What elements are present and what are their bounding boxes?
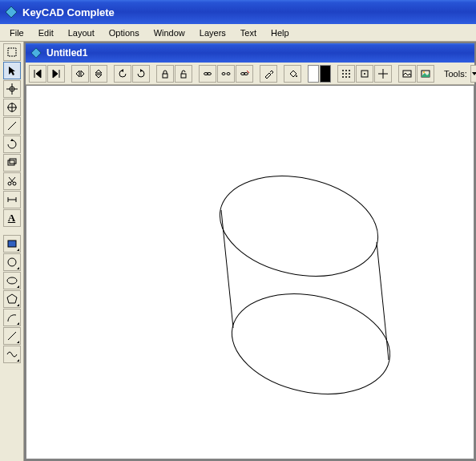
btn-snap-object[interactable] <box>356 65 373 83</box>
svg-point-39 <box>349 73 350 75</box>
svg-rect-9 <box>8 160 14 165</box>
rotate-tool[interactable] <box>3 135 21 153</box>
svg-point-51 <box>223 281 400 408</box>
dimension-tool[interactable] <box>3 191 21 208</box>
line-points-tool[interactable] <box>3 117 21 135</box>
cylinder-wireframe <box>26 86 427 459</box>
origin-tool[interactable] <box>3 99 21 116</box>
btn-link-edit[interactable] <box>236 65 253 83</box>
svg-point-49 <box>423 71 425 73</box>
svg-point-19 <box>8 258 16 266</box>
btn-unlock[interactable] <box>175 65 192 83</box>
svg-rect-1 <box>8 48 16 56</box>
canvas-area[interactable] <box>26 85 474 459</box>
btn-lock[interactable] <box>156 65 174 83</box>
btn-first[interactable] <box>29 65 46 83</box>
svg-point-28 <box>222 72 225 75</box>
svg-rect-18 <box>8 241 16 247</box>
svg-marker-23 <box>31 48 41 58</box>
ellipse-tool[interactable] <box>3 272 21 289</box>
menubar: File Edit Layout Options Window Layers T… <box>0 24 476 42</box>
svg-point-33 <box>296 75 297 77</box>
scissors-tool[interactable] <box>3 172 21 190</box>
bg-color-swatch[interactable] <box>320 65 331 83</box>
spline-tool[interactable] <box>3 346 21 363</box>
rect-objects-tool[interactable] <box>3 154 21 172</box>
btn-image[interactable] <box>398 65 416 83</box>
svg-rect-24 <box>163 74 167 78</box>
svg-point-35 <box>345 70 347 71</box>
svg-point-29 <box>227 72 230 75</box>
document-window: Untitled1 <box>26 43 474 459</box>
btn-flip-h[interactable] <box>71 65 89 83</box>
menu-layout[interactable]: Layout <box>62 26 101 39</box>
document-titlebar[interactable]: Untitled1 <box>26 43 474 63</box>
document-title: Untitled1 <box>46 47 87 59</box>
svg-rect-25 <box>181 74 186 78</box>
tools-label: Tools: <box>444 69 467 79</box>
svg-line-53 <box>377 242 389 360</box>
svg-marker-21 <box>7 294 17 303</box>
text-icon: A <box>8 212 15 224</box>
tools-dropdown[interactable] <box>470 65 476 83</box>
btn-rotate-cw[interactable] <box>132 65 150 83</box>
circle-tool[interactable] <box>3 253 21 271</box>
menu-options[interactable]: Options <box>103 26 146 39</box>
mdi-area: Untitled1 <box>24 42 476 461</box>
btn-last[interactable] <box>47 65 65 83</box>
svg-point-50 <box>211 163 388 290</box>
btn-link[interactable] <box>199 65 216 83</box>
btn-rotate-ccw[interactable] <box>114 65 131 83</box>
document-toolbar: Tools: <box>26 63 474 85</box>
app-diamond-icon <box>5 6 18 18</box>
svg-point-42 <box>349 76 350 78</box>
btn-flip-v[interactable] <box>90 65 107 83</box>
line-tool[interactable] <box>3 327 21 345</box>
btn-eyedropper[interactable] <box>260 65 277 83</box>
arc-tool[interactable] <box>3 309 21 326</box>
svg-line-22 <box>8 332 16 340</box>
svg-point-41 <box>345 76 347 78</box>
filled-rect-tool[interactable] <box>3 235 21 253</box>
menu-file[interactable]: File <box>3 26 30 39</box>
btn-snap-grid[interactable] <box>337 65 355 83</box>
svg-point-34 <box>342 70 344 71</box>
text-tool[interactable]: A <box>3 209 21 227</box>
fg-color-swatch[interactable] <box>308 65 319 83</box>
svg-marker-0 <box>6 6 17 18</box>
svg-point-36 <box>349 70 350 71</box>
btn-fill[interactable] <box>284 65 301 83</box>
menu-text[interactable]: Text <box>234 26 263 39</box>
svg-point-44 <box>364 73 365 75</box>
app-title: KeyCAD Complete <box>22 6 115 18</box>
svg-point-20 <box>7 277 17 284</box>
cursor-tool[interactable] <box>3 62 21 79</box>
svg-point-37 <box>342 73 344 75</box>
app-diamond-icon <box>30 47 42 59</box>
marquee-tool[interactable] <box>3 43 21 61</box>
vertical-toolbar: A <box>0 42 24 461</box>
menu-window[interactable]: Window <box>147 26 192 39</box>
menu-help[interactable]: Help <box>264 26 296 39</box>
svg-line-8 <box>8 122 16 130</box>
titlebar: KeyCAD Complete <box>0 0 476 24</box>
svg-point-40 <box>342 76 344 78</box>
polygon-tool[interactable] <box>3 290 21 308</box>
svg-line-52 <box>221 210 233 328</box>
menu-edit[interactable]: Edit <box>32 26 60 39</box>
btn-snap-center[interactable] <box>374 65 392 83</box>
btn-unlink[interactable] <box>217 65 235 83</box>
svg-point-38 <box>345 73 347 75</box>
svg-rect-10 <box>10 159 16 164</box>
btn-picture[interactable] <box>417 65 434 83</box>
menu-layers[interactable]: Layers <box>193 26 232 39</box>
crosshair-tool[interactable] <box>3 80 21 98</box>
